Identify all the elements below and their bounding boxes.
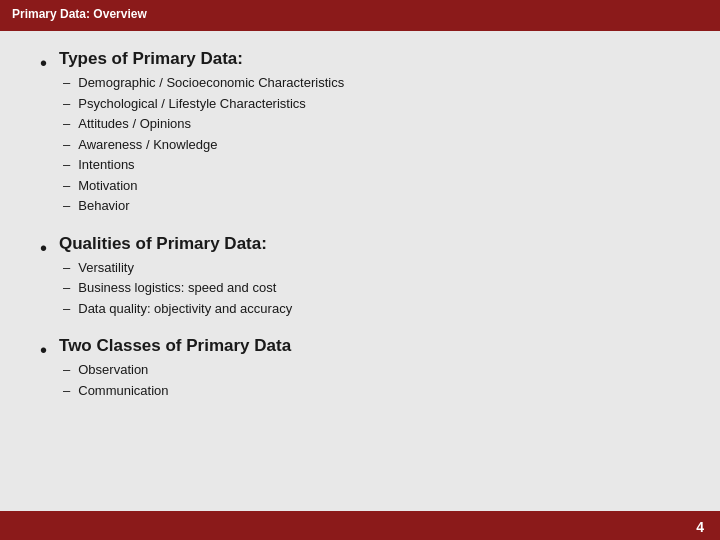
bullet-qualities: • — [40, 236, 47, 260]
section-qualities-title: Qualities of Primary Data: — [59, 234, 292, 254]
bullet-types: • — [40, 51, 47, 75]
item-text: Psychological / Lifestyle Characteristic… — [78, 94, 306, 114]
list-item: – Data quality: objectivity and accuracy — [63, 299, 292, 319]
item-text: Intentions — [78, 155, 134, 175]
list-item: – Business logistics: speed and cost — [63, 278, 292, 298]
list-item: – Communication — [63, 381, 291, 401]
item-text: Awareness / Knowledge — [78, 135, 217, 155]
section-qualities: • Qualities of Primary Data: – Versatili… — [40, 234, 680, 319]
dash-icon: – — [63, 96, 70, 111]
list-item: – Observation — [63, 360, 291, 380]
page-number: 4 — [696, 519, 704, 535]
section-qualities-content: Qualities of Primary Data: – Versatility… — [59, 234, 292, 319]
list-item: – Attitudes / Opinions — [63, 114, 344, 134]
dash-icon: – — [63, 362, 70, 377]
item-text: Data quality: objectivity and accuracy — [78, 299, 292, 319]
dash-icon: – — [63, 301, 70, 316]
dash-icon: – — [63, 116, 70, 131]
types-list: – Demographic / Socioeconomic Characteri… — [59, 73, 344, 216]
item-text: Demographic / Socioeconomic Characterist… — [78, 73, 344, 93]
slide-container: Primary Data: Overview • Types of Primar… — [0, 0, 720, 540]
section-classes: • Two Classes of Primary Data – Observat… — [40, 336, 680, 400]
item-text: Observation — [78, 360, 148, 380]
dash-icon: – — [63, 280, 70, 295]
dash-icon: – — [63, 137, 70, 152]
title-bar: Primary Data: Overview — [0, 0, 720, 28]
list-item: – Versatility — [63, 258, 292, 278]
section-classes-content: Two Classes of Primary Data – Observatio… — [59, 336, 291, 400]
section-types: • Types of Primary Data: – Demographic /… — [40, 49, 680, 216]
classes-list: – Observation – Communication — [59, 360, 291, 400]
section-types-title: Types of Primary Data: — [59, 49, 344, 69]
item-text: Attitudes / Opinions — [78, 114, 191, 134]
title-bar-text: Primary Data: Overview — [12, 7, 147, 21]
dash-icon: – — [63, 157, 70, 172]
qualities-list: – Versatility – Business logistics: spee… — [59, 258, 292, 319]
item-text: Motivation — [78, 176, 137, 196]
bottom-bar: 4 — [0, 514, 720, 540]
dash-icon: – — [63, 383, 70, 398]
item-text: Communication — [78, 381, 168, 401]
list-item: – Psychological / Lifestyle Characterist… — [63, 94, 344, 114]
list-item: – Demographic / Socioeconomic Characteri… — [63, 73, 344, 93]
dash-icon: – — [63, 198, 70, 213]
list-item: – Behavior — [63, 196, 344, 216]
section-classes-title: Two Classes of Primary Data — [59, 336, 291, 356]
content-area: • Types of Primary Data: – Demographic /… — [0, 31, 720, 511]
item-text: Behavior — [78, 196, 129, 216]
list-item: – Motivation — [63, 176, 344, 196]
section-types-content: Types of Primary Data: – Demographic / S… — [59, 49, 344, 216]
bullet-classes: • — [40, 338, 47, 362]
item-text: Business logistics: speed and cost — [78, 278, 276, 298]
item-text: Versatility — [78, 258, 134, 278]
list-item: – Awareness / Knowledge — [63, 135, 344, 155]
dash-icon: – — [63, 260, 70, 275]
dash-icon: – — [63, 178, 70, 193]
dash-icon: – — [63, 75, 70, 90]
list-item: – Intentions — [63, 155, 344, 175]
